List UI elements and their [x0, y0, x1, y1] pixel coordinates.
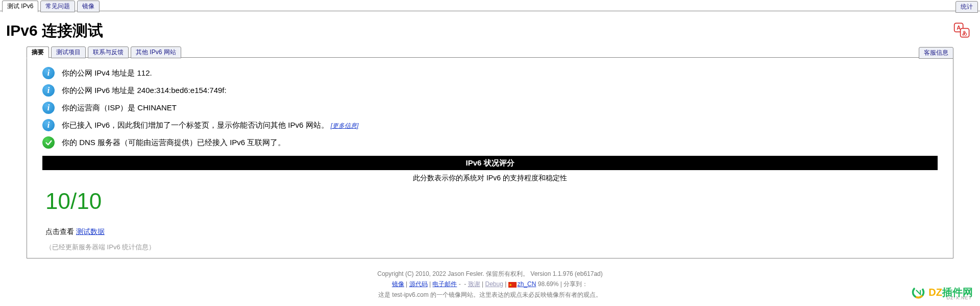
footer-link-debug[interactable]: Debug [485, 280, 503, 288]
inner-tab-service-info[interactable]: 客服信息 [919, 47, 953, 59]
footer-link-mirror[interactable]: 镜像 [392, 280, 404, 288]
info-icon: i [42, 119, 55, 131]
footer-link-source[interactable]: 源代码 [409, 280, 428, 288]
footer-mirror-note: 这是 test-ipv6.com 的一个镜像网站。这里表达的观点未必反映镜像所有… [0, 290, 980, 300]
footer-share-label: 分享到： [564, 280, 588, 288]
score-header: IPv6 状况评分 [42, 156, 938, 170]
result-row-isp: i 你的运营商（ISP）是 CHINANET [42, 102, 938, 114]
footer-links: 镜像 | 源代码 | 电子邮件 - - 致谢 | Debug | zh_CN 9… [0, 279, 980, 289]
result-row-ipv6-access: i 你已接入 IPv6，因此我们增加了一个标签页，显示你能否访问其他 IPv6 … [42, 119, 938, 131]
footer-link-email[interactable]: 电子邮件 [432, 280, 457, 288]
more-info-link[interactable]: [更多信息] [331, 122, 359, 129]
footer-percent: 98.69% [538, 280, 559, 288]
inner-tab-other-sites[interactable]: 其他 IPv6 网站 [131, 46, 181, 58]
top-tab-bar: 测试 IPv6 常见问题 镜像 统计 [0, 0, 980, 11]
inner-tab-bar: 摘要 测试项目 联系与反馈 其他 IPv6 网站 客服信息 [27, 46, 953, 58]
result-text: 你已接入 IPv6，因此我们增加了一个标签页，显示你能否访问其他 IPv6 网站… [62, 119, 358, 131]
summary-panel: i 你的公网 IPv4 地址是 112. i 你的公网 IPv6 地址是 240… [27, 58, 953, 258]
result-text: 你的 DNS 服务器（可能由运营商提供）已经接入 IPv6 互联网了。 [62, 136, 285, 149]
score-value: 10/10 [42, 183, 938, 224]
svg-text:あ: あ [962, 30, 967, 36]
result-row-dns: 你的 DNS 服务器（可能由运营商提供）已经接入 IPv6 互联网了。 [42, 136, 938, 149]
result-text: 你的公网 IPv6 地址是 240e:314:bed6:e154:749f: [62, 84, 227, 97]
result-text: 你的运营商（ISP）是 CHINANET [62, 102, 177, 114]
test-data-prefix: 点击查看 [45, 227, 76, 236]
score-description: 此分数表示你的系统对 IPv6 的支持程度和稳定性 [42, 172, 938, 183]
result-row-ipv6: i 你的公网 IPv6 地址是 240e:314:bed6:e154:749f: [42, 84, 938, 97]
inner-tab-summary[interactable]: 摘要 [27, 46, 49, 58]
top-tab-mirrors[interactable]: 镜像 [77, 1, 100, 12]
test-data-link[interactable]: 测试数据 [76, 227, 105, 236]
check-icon [42, 136, 55, 149]
stats-updated-note: （已经更新服务器端 IPv6 统计信息） [42, 242, 938, 255]
result-row-ipv4: i 你的公网 IPv4 地址是 112. [42, 67, 938, 79]
page-title: IPv6 连接测试 A あ [0, 11, 980, 46]
watermark-logo-icon [911, 285, 925, 299]
watermark: DZ插件网 DZ-X.NET [911, 284, 973, 300]
footer: Copyright (C) 2010, 2022 Jason Fesler. 保… [0, 269, 980, 300]
footer-link-thanks[interactable]: 致谢 [468, 280, 480, 288]
result-text-span: 你已接入 IPv6，因此我们增加了一个标签页，显示你能否访问其他 IPv6 网站… [62, 121, 329, 129]
page-title-text: IPv6 连接测试 [6, 22, 103, 39]
top-tab-faq[interactable]: 常见问题 [40, 1, 75, 12]
test-data-line: 点击查看 测试数据 [42, 225, 938, 242]
info-icon: i [42, 67, 55, 79]
watermark-brand1: DZ [928, 287, 942, 298]
info-icon: i [42, 102, 55, 114]
top-tab-test-ipv6[interactable]: 测试 IPv6 [2, 1, 38, 12]
result-text: 你的公网 IPv4 地址是 112. [62, 67, 152, 79]
language-icon[interactable]: A あ [953, 21, 971, 39]
footer-copyright: Copyright (C) 2010, 2022 Jason Fesler. 保… [0, 269, 980, 279]
inner-tab-contact[interactable]: 联系与反馈 [88, 46, 129, 58]
info-icon: i [42, 84, 55, 97]
footer-link-locale[interactable]: zh_CN [518, 280, 536, 288]
flag-icon [508, 282, 517, 288]
inner-tab-tests[interactable]: 测试项目 [51, 46, 86, 58]
results-container: 摘要 测试项目 联系与反馈 其他 IPv6 网站 客服信息 i 你的公网 IPv… [27, 46, 953, 258]
watermark-sub: DZ-X.NET [947, 294, 972, 300]
